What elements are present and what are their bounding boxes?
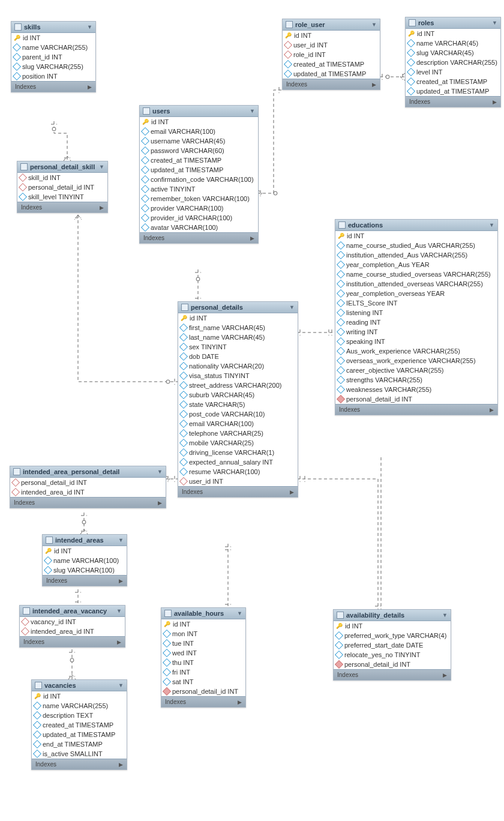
column-row[interactable]: institution_attended_Aus VARCHAR(255) [335, 250, 497, 260]
column-row[interactable]: 🔑id INT [283, 31, 380, 40]
indexes-footer[interactable]: Indexes▶ [32, 759, 127, 769]
indexes-footer[interactable]: Indexes▶ [17, 202, 107, 212]
column-row[interactable]: preferred_work_type VARCHAR(4) [334, 631, 451, 640]
expand-icon[interactable]: ▶ [117, 639, 121, 645]
column-row[interactable]: end_at TIMESTAMP [32, 739, 127, 749]
column-row[interactable]: active TINYINT [140, 184, 258, 194]
table-header[interactable]: personal_detail_skill▼ [17, 161, 107, 173]
table-header[interactable]: intended_area_personal_detail▼ [10, 466, 166, 478]
table-roles[interactable]: roles▼🔑id INTname VARCHAR(45)slug VARCHA… [405, 17, 501, 107]
column-row[interactable]: email VARCHAR(100) [140, 127, 258, 136]
expand-icon[interactable]: ▶ [119, 762, 123, 768]
table-personal_detail_skill[interactable]: personal_detail_skill▼skill_id INTperson… [17, 161, 108, 213]
column-row[interactable]: slug VARCHAR(45) [406, 48, 500, 58]
column-row[interactable]: skill_id INT [17, 173, 107, 182]
column-row[interactable]: reading INT [335, 317, 497, 327]
collapse-icon[interactable]: ▼ [116, 608, 122, 614]
column-row[interactable]: sat INT [161, 677, 245, 687]
column-row[interactable]: description VARCHAR(255) [406, 58, 500, 67]
column-row[interactable]: suburb VARCHAR(45) [178, 390, 298, 400]
column-row[interactable]: email VARCHAR(100) [178, 419, 298, 429]
table-role_user[interactable]: role_user▼🔑id INTuser_id INTrole_id INTc… [282, 19, 380, 90]
indexes-footer[interactable]: Indexes▶ [334, 669, 451, 680]
column-row[interactable]: provider_id VARCHAR(100) [140, 213, 258, 223]
column-row[interactable]: driving_license VARCHAR(1) [178, 448, 298, 457]
column-row[interactable]: password VARCHAR(60) [140, 146, 258, 155]
table-availability_details[interactable]: availability_details▼🔑id INTpreferred_wo… [333, 609, 451, 681]
column-row[interactable]: nationality VARCHAR(20) [178, 361, 298, 371]
table-header[interactable]: skills▼ [11, 22, 95, 33]
indexes-footer[interactable]: Indexes▶ [406, 96, 500, 107]
expand-icon[interactable]: ▶ [490, 407, 494, 413]
column-row[interactable]: preferred_start_date DATE [334, 640, 451, 650]
table-header[interactable]: vacancies▼ [32, 680, 127, 691]
column-row[interactable]: updated_at TIMESTAMP [283, 69, 380, 79]
column-row[interactable]: remember_token VARCHAR(100) [140, 194, 258, 203]
indexes-footer[interactable]: Indexes▶ [335, 404, 497, 415]
column-row[interactable]: personal_detail_id INT [334, 660, 451, 669]
indexes-footer[interactable]: Indexes▶ [140, 232, 258, 243]
indexes-footer[interactable]: Indexes▶ [20, 636, 125, 647]
column-row[interactable]: position INT [11, 71, 95, 81]
column-row[interactable]: created_at TIMESTAMP [140, 155, 258, 165]
indexes-footer[interactable]: Indexes▶ [161, 696, 245, 707]
column-row[interactable]: 🔑id INT [43, 546, 127, 556]
collapse-icon[interactable]: ▼ [492, 20, 497, 26]
table-intended_areas[interactable]: intended_areas▼🔑id INTname VARCHAR(100)s… [42, 534, 127, 586]
indexes-footer[interactable]: Indexes▶ [178, 486, 298, 497]
column-row[interactable]: visa_status TINYINT [178, 371, 298, 380]
column-row[interactable]: description TEXT [32, 711, 127, 720]
table-header[interactable]: intended_area_vacancy▼ [20, 606, 125, 617]
collapse-icon[interactable]: ▼ [442, 612, 448, 618]
table-available_hours[interactable]: available_hours▼🔑id INTmon INTtue INTwed… [161, 607, 246, 708]
column-row[interactable]: confirmation_code VARCHAR(100) [140, 175, 258, 184]
column-row[interactable]: strengths VARCHAR(255) [335, 375, 497, 385]
column-row[interactable]: name_course_studied_Aus VARCHAR(255) [335, 241, 497, 250]
column-row[interactable]: parent_id INT [11, 52, 95, 62]
column-row[interactable]: first_name VARCHAR(45) [178, 323, 298, 332]
column-row[interactable]: weaknesses VARCHAR(255) [335, 385, 497, 394]
table-educations[interactable]: educations▼🔑id INTname_course_studied_Au… [335, 219, 498, 415]
column-row[interactable]: role_id INT [283, 50, 380, 59]
column-row[interactable]: name VARCHAR(45) [406, 38, 500, 48]
column-row[interactable]: listening INT [335, 308, 497, 317]
collapse-icon[interactable]: ▼ [489, 222, 494, 228]
collapse-icon[interactable]: ▼ [157, 469, 163, 475]
table-users[interactable]: users▼🔑id INTemail VARCHAR(100)username … [139, 105, 259, 244]
column-row[interactable]: level INT [406, 67, 500, 77]
column-row[interactable]: personal_detail_id INT [10, 478, 166, 487]
collapse-icon[interactable]: ▼ [371, 22, 377, 28]
column-row[interactable]: mobile VARCHAR(25) [178, 438, 298, 448]
column-row[interactable]: 🔑id INT [11, 33, 95, 43]
column-row[interactable]: slug VARCHAR(255) [11, 62, 95, 71]
column-row[interactable]: fri INT [161, 667, 245, 677]
table-header[interactable]: role_user▼ [283, 19, 380, 31]
table-header[interactable]: users▼ [140, 106, 258, 117]
column-row[interactable]: updated_at TIMESTAMP [406, 86, 500, 96]
column-row[interactable]: state VARCHAR(5) [178, 400, 298, 409]
column-row[interactable]: resume VARCHAR(100) [178, 467, 298, 477]
indexes-footer[interactable]: Indexes▶ [10, 497, 166, 508]
column-row[interactable]: created_at TIMESTAMP [406, 77, 500, 86]
column-row[interactable]: 🔑id INT [32, 691, 127, 701]
column-row[interactable]: provider VARCHAR(100) [140, 203, 258, 213]
column-row[interactable]: personal_detail_id INT [335, 394, 497, 404]
indexes-footer[interactable]: Indexes▶ [43, 575, 127, 586]
column-row[interactable]: expected_annual_salary INT [178, 457, 298, 467]
expand-icon[interactable]: ▶ [372, 82, 376, 88]
column-row[interactable]: speaking INT [335, 337, 497, 346]
table-intended_area_personal_detail[interactable]: intended_area_personal_detail▼personal_d… [10, 466, 166, 508]
column-row[interactable]: sex TINYINT [178, 342, 298, 352]
table-header[interactable]: roles▼ [406, 17, 500, 29]
column-row[interactable]: street_address VARCHAR(200) [178, 380, 298, 390]
column-row[interactable]: name VARCHAR(100) [43, 556, 127, 565]
column-row[interactable]: post_code VARCHAR(10) [178, 409, 298, 419]
column-row[interactable]: wed INT [161, 648, 245, 658]
column-row[interactable]: 🔑id INT [406, 29, 500, 38]
column-row[interactable]: 🔑id INT [140, 117, 258, 127]
column-row[interactable]: slug VARCHAR(100) [43, 565, 127, 575]
column-row[interactable]: 🔑id INT [334, 621, 451, 631]
column-row[interactable]: intended_area_id INT [20, 627, 125, 636]
column-row[interactable]: writing INT [335, 327, 497, 337]
column-row[interactable]: overseas_work_experience VARCHAR(255) [335, 356, 497, 365]
